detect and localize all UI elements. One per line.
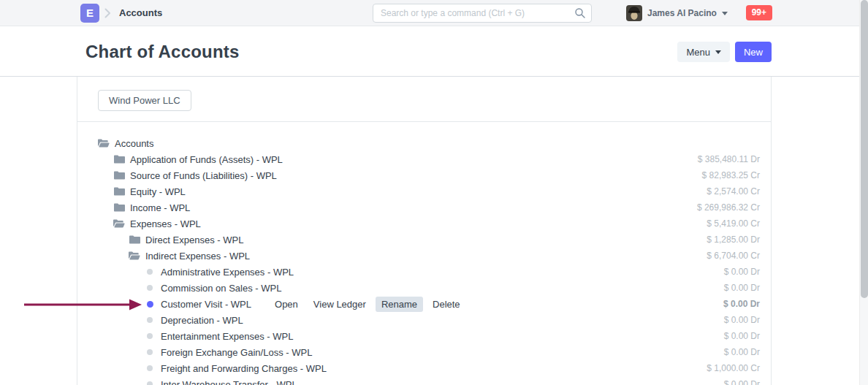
global-search	[373, 4, 592, 23]
dot-icon	[144, 365, 156, 371]
tree-node-label: Income - WPL	[130, 202, 190, 213]
tree-node-balance: $ 1,000.00 Cr	[707, 363, 760, 373]
tree-node-label: Administrative Expenses - WPL	[161, 267, 294, 278]
node-action-toolbar: OpenView LedgerRenameDelete	[269, 297, 466, 312]
dot-icon	[144, 333, 156, 339]
folder-open-icon	[129, 251, 140, 260]
tree-node-balance: $ 0.00 Dr	[724, 379, 760, 385]
tree-node-balance: $ 269,986.32 Cr	[697, 202, 760, 213]
folder-closed-icon	[113, 187, 125, 196]
tree-node-label: Freight and Forwarding Charges - WPL	[161, 363, 327, 374]
tree-node[interactable]: Application of Funds (Assets) - WPL $ 38…	[77, 151, 771, 167]
tree-node-label: Accounts	[115, 138, 153, 149]
tree-node-label: Application of Funds (Assets) - WPL	[130, 154, 283, 165]
search-icon[interactable]	[574, 7, 586, 19]
tree-node-label: Equity - WPL	[130, 186, 186, 197]
page-title: Chart of Accounts	[85, 42, 240, 62]
breadcrumb-chevron-icon	[104, 8, 111, 21]
tree-node[interactable]: Inter Warehouse Transfer - WPL $ 0.00 Dr	[77, 376, 771, 385]
menu-button[interactable]: Menu	[677, 42, 730, 62]
search-input[interactable]	[373, 4, 592, 23]
folder-closed-icon	[129, 235, 140, 244]
tree-node-label: Expenses - WPL	[130, 218, 201, 229]
company-filter[interactable]: Wind Power LLC	[98, 90, 191, 111]
navbar: E Accounts James Al Pacino 99+	[0, 0, 868, 26]
tree-node-label: Foreign Exchange Gain/Loss - WPL	[161, 347, 312, 358]
tree-node-label: Indirect Expenses - WPL	[145, 251, 250, 262]
tree-node-balance: $ 0.00 Dr	[724, 315, 760, 325]
tree-node-label: Source of Funds (Liabilities) - WPL	[130, 170, 277, 181]
tree-node[interactable]: Customer Visit - WPL OpenView LedgerRena…	[77, 296, 771, 312]
filter-section: Wind Power LLC	[77, 77, 771, 122]
notification-badge[interactable]: 99+	[746, 5, 772, 20]
open-button[interactable]: Open	[269, 297, 304, 312]
tree-node-balance: $ 2,574.00 Cr	[707, 186, 760, 197]
tree-node-label: Depreciation - WPL	[161, 315, 243, 326]
tree-node-label: Inter Warehouse Transfer - WPL	[161, 379, 297, 385]
tree-node-balance: $ 5,419.00 Cr	[707, 218, 760, 229]
app-logo[interactable]: E	[80, 4, 99, 23]
chevron-down-icon	[722, 12, 728, 15]
tree-node[interactable]: Equity - WPL $ 2,574.00 Cr	[77, 183, 771, 199]
tree-node-balance: $ 82,983.25 Cr	[702, 170, 760, 180]
tree-node-balance: $ 0.00 Dr	[724, 283, 760, 293]
delete-button[interactable]: Delete	[427, 297, 466, 312]
tree-node[interactable]: Indirect Expenses - WPL $ 6,704.00 Cr	[77, 248, 771, 264]
scrollbar[interactable]	[859, 0, 868, 385]
tree-node[interactable]: Accounts	[77, 135, 771, 151]
view-ledger-button[interactable]: View Ledger	[308, 297, 372, 312]
rename-button[interactable]: Rename	[376, 297, 423, 312]
tree-node[interactable]: Direct Expenses - WPL $ 1,285.00 Dr	[77, 232, 771, 248]
breadcrumb[interactable]: Accounts	[119, 0, 162, 26]
tree-node-balance: $ 0.00 Dr	[724, 267, 760, 277]
dot-icon	[144, 317, 156, 323]
menu-button-label: Menu	[686, 47, 710, 58]
tree-node[interactable]: Foreign Exchange Gain/Loss - WPL $ 0.00 …	[77, 344, 771, 360]
user-menu[interactable]: James Al Pacino	[647, 0, 728, 26]
tree-node[interactable]: Source of Funds (Liabilities) - WPL $ 82…	[77, 167, 771, 183]
folder-closed-icon	[113, 203, 125, 212]
tree-node-balance: $ 0.00 Dr	[723, 299, 760, 309]
dot-selected-icon	[144, 301, 156, 308]
accounts-tree: Accounts Application of Funds (Assets) -…	[77, 135, 771, 385]
tree-node[interactable]: Entertainment Expenses - WPL $ 0.00 Dr	[77, 328, 771, 344]
dot-icon	[144, 269, 156, 275]
dot-icon	[144, 381, 156, 385]
tree-node[interactable]: Income - WPL $ 269,986.32 Cr	[77, 199, 771, 216]
avatar[interactable]	[626, 5, 642, 21]
new-button[interactable]: New	[735, 42, 772, 62]
tree-node-label: Entertainment Expenses - WPL	[161, 331, 293, 342]
folder-open-icon	[113, 219, 125, 228]
annotation-arrow	[23, 298, 142, 311]
content-card: Wind Power LLC Accounts Application of F…	[77, 77, 772, 385]
tree-node[interactable]: Commission on Sales - WPL $ 0.00 Dr	[77, 280, 771, 296]
chevron-down-icon	[715, 50, 721, 54]
tree-node-balance: $ 385,480.11 Dr	[698, 154, 760, 164]
tree-node[interactable]: Expenses - WPL $ 5,419.00 Cr	[77, 216, 771, 232]
folder-open-icon	[98, 139, 110, 148]
app-logo-letter: E	[86, 7, 94, 19]
dot-icon	[144, 285, 156, 291]
tree-node-balance: $ 0.00 Dr	[724, 347, 760, 357]
tree-node[interactable]: Administrative Expenses - WPL $ 0.00 Dr	[77, 264, 771, 280]
dot-icon	[144, 349, 156, 355]
tree-node[interactable]: Freight and Forwarding Charges - WPL $ 1…	[77, 360, 771, 376]
folder-closed-icon	[113, 155, 125, 164]
tree-node-label: Customer Visit - WPL	[161, 299, 251, 310]
page-header: Chart of Accounts Menu New	[0, 26, 868, 77]
page-actions: Menu New	[677, 42, 772, 62]
tree-node-label: Commission on Sales - WPL	[161, 283, 281, 294]
tree-node-label: Direct Expenses - WPL	[145, 235, 243, 245]
scrollbar-thumb[interactable]	[861, 0, 868, 298]
user-name: James Al Pacino	[647, 8, 717, 18]
tree-node-balance: $ 1,285.00 Dr	[707, 235, 760, 245]
tree-node-balance: $ 0.00 Dr	[724, 331, 760, 341]
tree-node-balance: $ 6,704.00 Cr	[707, 251, 760, 261]
tree-node[interactable]: Depreciation - WPL $ 0.00 Dr	[77, 312, 771, 328]
folder-closed-icon	[113, 171, 125, 180]
